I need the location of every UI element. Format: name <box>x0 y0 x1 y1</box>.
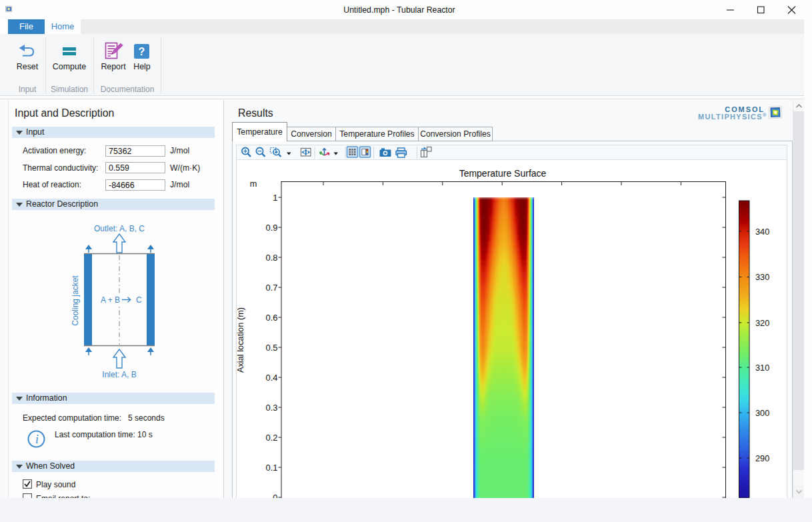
svg-text:Inlet: A, B: Inlet: A, B <box>102 370 136 379</box>
svg-text:0: 0 <box>273 493 277 499</box>
svg-text:C: C <box>136 295 142 305</box>
svg-text:0.9: 0.9 <box>265 223 277 233</box>
svg-text:340: 340 <box>755 227 769 237</box>
svg-text:0.4: 0.4 <box>265 373 277 383</box>
svg-text:320: 320 <box>755 318 769 328</box>
svg-text:m: m <box>250 179 257 189</box>
svg-text:i: i <box>35 433 39 446</box>
svg-text:0.8: 0.8 <box>265 253 277 263</box>
svg-text:Temperature Surface: Temperature Surface <box>459 168 547 179</box>
svg-text:0.2: 0.2 <box>265 433 277 443</box>
svg-text:0.3: 0.3 <box>265 403 277 413</box>
svg-text:Cooling jacket: Cooling jacket <box>71 275 80 326</box>
svg-text:330: 330 <box>755 272 769 282</box>
svg-text:1: 1 <box>273 193 277 203</box>
svg-text:0.7: 0.7 <box>265 283 277 293</box>
svg-text:0.6: 0.6 <box>265 313 277 323</box>
svg-text:300: 300 <box>755 408 769 418</box>
svg-text:Axial location (m): Axial location (m) <box>237 307 245 373</box>
svg-text:0.1: 0.1 <box>265 463 277 473</box>
svg-text:290: 290 <box>755 453 769 463</box>
svg-text:Outlet: A, B, C: Outlet: A, B, C <box>94 224 145 233</box>
svg-text:?: ? <box>139 46 145 57</box>
svg-text:310: 310 <box>755 363 769 373</box>
svg-text:0.5: 0.5 <box>265 343 277 353</box>
svg-text:A + B: A + B <box>101 295 120 305</box>
